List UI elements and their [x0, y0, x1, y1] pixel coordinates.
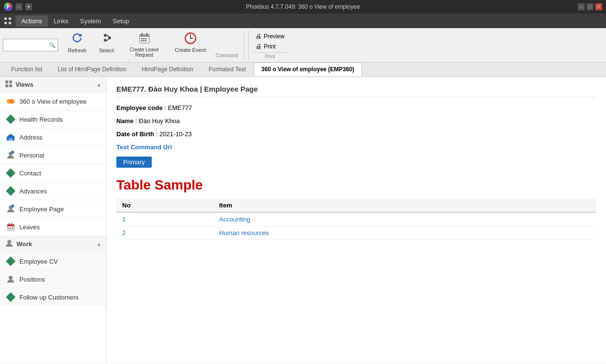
svg-rect-25	[9, 84, 12, 87]
sidebar-leaves-icon	[6, 222, 16, 232]
refresh-button[interactable]: Refresh	[64, 31, 91, 54]
primary-button[interactable]: Primary	[116, 157, 152, 168]
name-field: Name : Đào Huy Khoa	[116, 117, 596, 125]
table-row: 2 Human resources	[116, 226, 596, 240]
svg-rect-14	[141, 40, 143, 41]
preview-label: Preview	[264, 33, 285, 40]
sidebar-personal-icon: i	[6, 150, 16, 160]
svg-rect-3	[9, 22, 11, 24]
sidebar-item-positions[interactable]: Positions	[0, 270, 106, 288]
svg-rect-10	[146, 33, 147, 35]
work-chevron-icon: ▲	[96, 241, 101, 247]
svg-rect-39	[12, 223, 13, 225]
views-chevron-icon: ▲	[96, 82, 101, 87]
tab-htmlpage-list[interactable]: List of HtmlPage Definition	[50, 63, 133, 76]
sidebar-item-contact[interactable]: Contact	[0, 164, 106, 182]
search-input[interactable]	[5, 42, 49, 48]
sidebar-360-icon	[6, 96, 16, 106]
menu-system[interactable]: System	[74, 16, 107, 27]
cell-no[interactable]: 2	[116, 226, 213, 240]
cell-no[interactable]: 1	[116, 212, 213, 226]
svg-point-43	[7, 240, 11, 244]
preview-icon: 🖨	[255, 32, 262, 40]
sidebar-contact-icon	[6, 168, 16, 178]
print-button[interactable]: 🖨 Print	[252, 41, 288, 51]
svg-rect-29	[10, 138, 12, 141]
svg-point-21	[190, 38, 191, 39]
create-leave-icon	[138, 32, 151, 46]
menu-actions[interactable]: Actions	[16, 16, 48, 27]
sidebar-advances-icon	[6, 186, 16, 196]
sidebar-item-advances[interactable]: Advances	[0, 182, 106, 200]
col-item: Item	[213, 199, 596, 212]
svg-text:i: i	[12, 205, 13, 207]
print-label: Print	[264, 43, 276, 50]
sidebar-item-label: Personal	[19, 152, 44, 159]
test-command-link[interactable]: Test Command Url	[116, 143, 596, 151]
sidebar-item-360-view[interactable]: 360 o View of employee	[0, 93, 106, 111]
cell-item[interactable]: Human resources	[213, 226, 596, 240]
toolbar: 🔍 Refresh Select	[0, 28, 606, 63]
tab-formated-text[interactable]: Formated Text	[202, 63, 253, 76]
sidebar-item-label: Follow up Customers	[19, 294, 79, 301]
app-title: Phoebus 4.7.7.049: 360 o View of employe…	[246, 3, 360, 10]
sidebar-followup-icon	[6, 292, 16, 302]
work-label: Work	[16, 240, 32, 248]
title-bar-menu-btn[interactable]: ▼	[25, 3, 32, 10]
svg-point-44	[9, 276, 13, 280]
svg-rect-22	[5, 80, 8, 83]
sidebar-views-header[interactable]: Views ▲	[0, 77, 106, 93]
create-event-button[interactable]: Create Event	[171, 31, 210, 54]
create-leave-request-button[interactable]: Create Leave Request	[124, 31, 165, 59]
sidebar-health-icon	[6, 114, 16, 124]
tab-bar: Function list List of HtmlPage Definitio…	[0, 63, 606, 77]
svg-rect-13	[145, 38, 146, 39]
tab-function-list[interactable]: Function list	[4, 63, 49, 76]
svg-rect-1	[9, 17, 11, 20]
svg-rect-41	[10, 228, 11, 229]
tab-360-view[interactable]: 360 o View of employee (EMP360)	[254, 63, 362, 76]
sidebar-item-personal[interactable]: i Personal	[0, 146, 106, 164]
sidebar-item-label: 360 o View of employee	[19, 98, 87, 105]
title-bar-minimize-btn[interactable]: ─	[16, 3, 22, 10]
maximize-btn[interactable]: □	[587, 3, 593, 10]
svg-rect-24	[5, 84, 8, 87]
employee-code-field: Employee code : EME777	[116, 104, 596, 111]
toolbar-separator-1	[244, 31, 244, 59]
svg-rect-2	[4, 22, 7, 24]
sidebar-item-employee-page[interactable]: i Employee Page	[0, 200, 106, 218]
sidebar-item-followup-customers[interactable]: Follow up Customers	[0, 288, 106, 306]
preview-button[interactable]: 🖨 Preview	[252, 31, 288, 41]
menu-links[interactable]: Links	[48, 16, 74, 27]
svg-rect-38	[9, 223, 10, 225]
svg-rect-0	[4, 17, 7, 20]
sidebar-item-leaves[interactable]: Leaves	[0, 218, 106, 236]
grid-menu-icon[interactable]	[2, 15, 14, 27]
title-bar: P ─ ▼ Phoebus 4.7.7.049: 360 o View of e…	[0, 0, 606, 14]
select-button[interactable]: Select	[95, 31, 119, 54]
create-event-icon	[184, 32, 197, 46]
sidebar-address-icon	[6, 132, 16, 142]
content-area: EME777. Đào Huy Khoa | Employee Page Emp…	[107, 77, 606, 364]
refresh-icon	[71, 32, 83, 47]
svg-rect-15	[143, 40, 144, 41]
minimize-btn[interactable]: ─	[578, 3, 585, 10]
views-icon	[5, 80, 13, 89]
sidebar-item-health-records[interactable]: Health Records	[0, 111, 106, 128]
close-btn[interactable]: ✕	[595, 3, 602, 10]
refresh-label: Refresh	[68, 47, 87, 53]
svg-text:i: i	[12, 151, 13, 154]
sidebar-item-address[interactable]: Address	[0, 128, 106, 146]
dob-label: Date of Birth	[116, 130, 154, 138]
toolbar-search-box[interactable]: 🔍	[3, 39, 58, 51]
svg-rect-12	[143, 38, 144, 39]
sidebar-work-header[interactable]: Work ▲	[0, 236, 106, 253]
menu-setup[interactable]: Setup	[107, 16, 135, 27]
employee-code-label: Employee code	[116, 104, 162, 111]
menu-bar: Actions Links System Setup	[0, 14, 606, 28]
cell-item[interactable]: Accounting	[213, 212, 596, 226]
tab-htmlpage-definition[interactable]: HtmlPage Definition	[134, 63, 200, 76]
table-header-row: No Item	[116, 199, 596, 212]
window-controls: ─ □ ✕	[578, 3, 602, 10]
sidebar-item-employee-cv[interactable]: Employee CV	[0, 253, 106, 270]
